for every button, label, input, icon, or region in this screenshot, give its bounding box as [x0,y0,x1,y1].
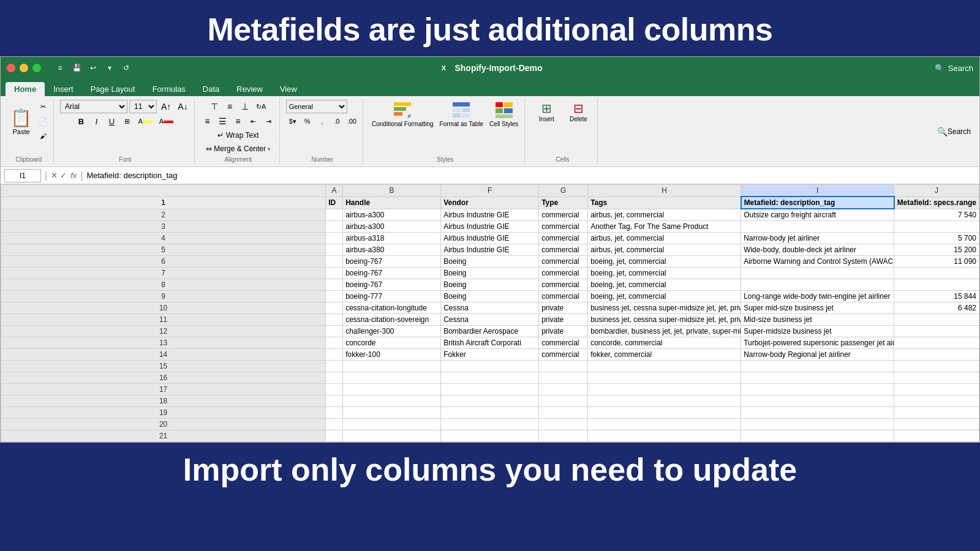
row-header[interactable]: 21 [1,430,326,442]
cell-A2[interactable] [326,209,343,221]
cell-A14[interactable] [326,349,343,361]
cell-F15[interactable] [441,361,539,372]
search-ribbon-label[interactable]: Search [948,127,971,136]
cell-J2[interactable]: 7 540 [894,209,979,221]
formula-input[interactable] [86,169,976,182]
row-header[interactable]: 4 [1,233,326,244]
cell-B4[interactable]: airbus-a318 [343,233,441,244]
border-button[interactable]: ⊞ [121,114,134,128]
cell-F7[interactable]: Boeing [441,268,539,279]
cell-H1[interactable]: Tags [588,197,741,209]
cell-G19[interactable] [539,407,588,419]
row-header[interactable]: 11 [1,314,326,326]
cell-I1[interactable]: Metafield: description_tag [741,197,894,209]
increase-font-button[interactable]: A↑ [159,100,173,113]
row-header[interactable]: 10 [1,302,326,314]
bold-button[interactable]: B [75,114,88,128]
row-header[interactable]: 6 [1,256,326,268]
cell-H17[interactable] [588,384,741,395]
maximize-button[interactable] [32,64,41,72]
cell-H15[interactable] [588,361,741,372]
cell-G21[interactable] [539,430,588,442]
cell-I10[interactable]: Super mid-size business jet [741,302,894,314]
delete-button[interactable]: ⊟ Delete [563,100,594,124]
search-label[interactable]: Search [948,64,973,73]
increase-decimal-button[interactable]: .00 [345,114,359,128]
tab-formulas[interactable]: Formulas [144,82,194,96]
cell-A19[interactable] [326,407,343,419]
cell-J3[interactable] [894,221,979,233]
cell-I18[interactable] [741,395,894,407]
cell-H13[interactable]: concorde, commercial [588,337,741,349]
cell-G9[interactable]: commercial [539,291,588,302]
cell-A18[interactable] [326,395,343,407]
cell-J6[interactable]: 11 090 [894,256,979,268]
close-button[interactable] [7,64,15,72]
cell-I5[interactable]: Wide-body, double-deck jet airliner [741,244,894,256]
cell-F16[interactable] [441,372,539,384]
cell-A8[interactable] [326,279,343,291]
cell-I19[interactable] [741,407,894,419]
cell-B1[interactable]: Handle [343,197,441,209]
cell-B14[interactable]: fokker-100 [343,349,441,361]
cell-B18[interactable] [343,395,441,407]
cell-I17[interactable] [741,384,894,395]
cell-B19[interactable] [343,407,441,419]
text-direction-button[interactable]: ↻A [254,100,268,113]
cell-J4[interactable]: 5 700 [894,233,979,244]
cell-A17[interactable] [326,384,343,395]
cell-G2[interactable]: commercial [539,209,588,221]
col-header-F[interactable]: F [441,185,539,197]
cell-G12[interactable]: private [539,326,588,337]
decrease-font-button[interactable]: A↓ [175,100,190,113]
font-size-select[interactable]: 11 [129,100,157,113]
cell-H16[interactable] [588,372,741,384]
row-header[interactable]: 2 [1,209,326,221]
cell-B2[interactable]: airbus-a300 [343,209,441,221]
align-center-button[interactable]: ☰ [216,114,230,128]
row-header[interactable]: 15 [1,361,326,372]
align-right-button[interactable]: ≡ [232,114,245,128]
font-name-select[interactable]: Arial [60,100,127,113]
fill-color-button[interactable]: A [136,114,155,128]
cell-J21[interactable] [894,430,979,442]
cell-I8[interactable] [741,279,894,291]
cell-F14[interactable]: Fokker [441,349,539,361]
increase-indent-button[interactable]: ⇥ [262,114,276,128]
cell-A9[interactable] [326,291,343,302]
cell-A4[interactable] [326,233,343,244]
col-header-H[interactable]: H [588,185,741,197]
cell-F8[interactable]: Boeing [441,279,539,291]
cell-I3[interactable] [741,221,894,233]
cell-G5[interactable]: commercial [539,244,588,256]
cell-B9[interactable]: boeing-777 [343,291,441,302]
cell-G3[interactable]: commercial [539,221,588,233]
cell-J5[interactable]: 15 200 [894,244,979,256]
font-color-button[interactable]: A [157,114,176,128]
align-left-button[interactable]: ≡ [201,114,214,128]
cell-H14[interactable]: fokker, commercial [588,349,741,361]
cell-F1[interactable]: Vendor [441,197,539,209]
sidebar-toggle-icon[interactable]: ≡ [53,61,67,75]
cell-B8[interactable]: boeing-767 [343,279,441,291]
cell-H11[interactable]: business jet, cessna super-midsize jet, … [588,314,741,326]
cell-J17[interactable] [894,384,979,395]
cell-G7[interactable]: commercial [539,268,588,279]
cell-B12[interactable]: challenger-300 [343,326,441,337]
cell-J18[interactable] [894,395,979,407]
cell-G4[interactable]: commercial [539,233,588,244]
cell-F6[interactable]: Boeing [441,256,539,268]
cell-B20[interactable] [343,419,441,430]
tab-data[interactable]: Data [194,82,228,96]
cell-A1[interactable]: ID [326,197,343,209]
cell-J13[interactable] [894,337,979,349]
cell-G1[interactable]: Type [539,197,588,209]
cell-I13[interactable]: Turbojet-powered supersonic passenger je… [741,337,894,349]
format-painter-button[interactable]: 🖌 [36,129,50,143]
minimize-button[interactable] [20,64,28,72]
comma-button[interactable]: , [315,114,329,128]
cell-F12[interactable]: Bombardier Aerospace [441,326,539,337]
tab-view[interactable]: View [271,82,306,96]
cell-I15[interactable] [741,361,894,372]
cancel-formula-icon[interactable]: ✕ [51,171,58,180]
